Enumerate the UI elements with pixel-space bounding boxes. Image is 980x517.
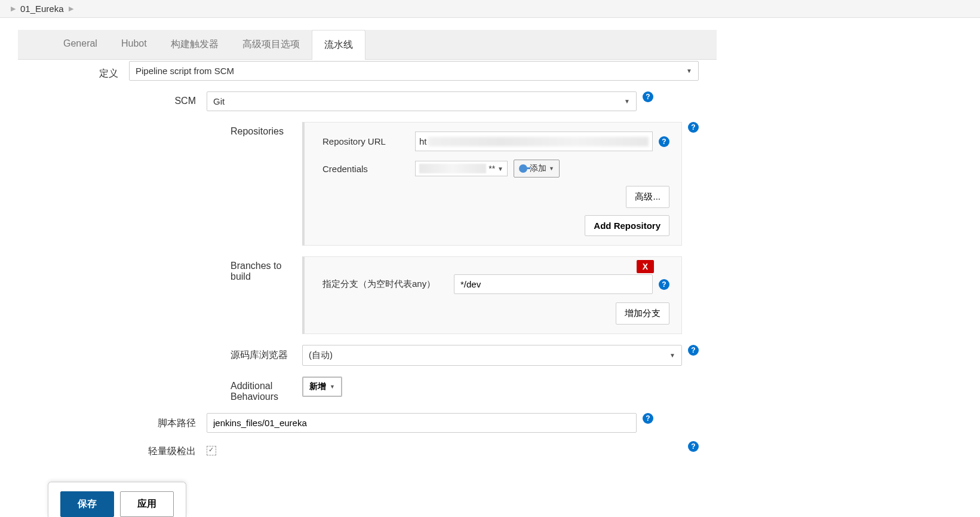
help-icon[interactable]: ? <box>643 413 653 424</box>
branches-group: X 指定分支（为空时代表any） ? 增加分支 <box>302 256 682 334</box>
chevron-down-icon: ▼ <box>686 68 692 74</box>
chevron-down-icon: ▼ <box>330 384 335 390</box>
redacted-content <box>428 137 649 146</box>
help-icon[interactable]: ? <box>643 91 653 102</box>
credentials-masked: ** <box>489 164 495 173</box>
tab-pipeline[interactable]: 流水线 <box>312 30 365 60</box>
add-behaviour-button[interactable]: 新增 ▼ <box>302 377 342 397</box>
definition-value: Pipeline script from SCM <box>136 66 234 76</box>
advanced-button[interactable]: 高级... <box>626 186 669 208</box>
definition-label: 定义 <box>51 63 129 80</box>
repo-url-input[interactable]: ht <box>415 131 653 151</box>
tab-build-triggers[interactable]: 构建触发器 <box>159 30 231 59</box>
lightweight-checkout-label: 轻量级检出 <box>51 441 207 458</box>
credentials-select[interactable]: ** ▼ <box>415 161 508 176</box>
branches-label: Branches to build <box>51 256 302 282</box>
repo-browser-label: 源码库浏览器 <box>51 345 302 362</box>
help-icon[interactable]: ? <box>688 345 699 356</box>
branch-spec-label: 指定分支（为空时代表any） <box>311 279 454 290</box>
scm-label: SCM <box>51 91 207 106</box>
help-icon[interactable]: ? <box>688 122 699 133</box>
chevron-down-icon: ▼ <box>624 98 630 105</box>
add-credentials-button[interactable]: 添加 ▼ <box>514 160 560 178</box>
chevron-down-icon: ▼ <box>497 166 503 172</box>
repo-browser-select[interactable]: (自动) ▼ <box>302 345 682 366</box>
repo-url-prefix: ht <box>419 136 427 146</box>
lightweight-checkbox[interactable] <box>207 446 216 455</box>
remove-branch-button[interactable]: X <box>637 260 654 273</box>
redacted-content <box>419 164 486 173</box>
tab-advanced-options[interactable]: 高级项目选项 <box>231 30 312 59</box>
help-icon[interactable]: ? <box>659 279 669 290</box>
breadcrumb-item[interactable]: 01_Eureka <box>20 4 64 14</box>
credentials-label: Credentials <box>311 164 415 174</box>
scm-value: Git <box>213 96 225 106</box>
key-icon <box>519 164 527 173</box>
repositories-group: Repository URL ht ? Credentials <box>302 122 682 246</box>
additional-behaviours-label: Additional Behaviours <box>51 377 302 402</box>
chevron-right-icon: ▶ <box>11 5 16 13</box>
script-path-input[interactable] <box>207 413 637 433</box>
add-credentials-label: 添加 <box>530 163 546 174</box>
tab-hubot[interactable]: Hubot <box>109 30 159 59</box>
add-repository-button[interactable]: Add Repository <box>585 215 669 236</box>
repo-browser-value: (自动) <box>309 350 333 361</box>
chevron-down-icon: ▼ <box>549 166 554 172</box>
repo-url-label: Repository URL <box>311 136 415 146</box>
config-container: General Hubot 构建触发器 高级项目选项 流水线 定义 Pipeli… <box>18 30 717 470</box>
chevron-right-icon: ▶ <box>69 5 73 13</box>
config-form: 定义 Pipeline script from SCM ▼ SCM Git ▼ … <box>18 63 717 470</box>
add-branch-button[interactable]: 增加分支 <box>616 302 669 325</box>
tab-general[interactable]: General <box>51 30 109 59</box>
breadcrumb-bar: ▶ 01_Eureka ▶ <box>0 0 980 18</box>
scm-select[interactable]: Git ▼ <box>207 91 637 111</box>
help-icon[interactable]: ? <box>688 441 699 452</box>
branch-spec-input[interactable] <box>454 274 653 294</box>
repositories-label: Repositories <box>51 122 302 137</box>
script-path-label: 脚本路径 <box>51 413 207 430</box>
add-new-label: 新增 <box>309 381 326 392</box>
help-icon[interactable]: ? <box>659 136 669 147</box>
chevron-down-icon: ▼ <box>669 352 675 359</box>
definition-select[interactable]: Pipeline script from SCM ▼ <box>129 61 699 81</box>
tab-bar: General Hubot 构建触发器 高级项目选项 流水线 <box>18 30 717 60</box>
